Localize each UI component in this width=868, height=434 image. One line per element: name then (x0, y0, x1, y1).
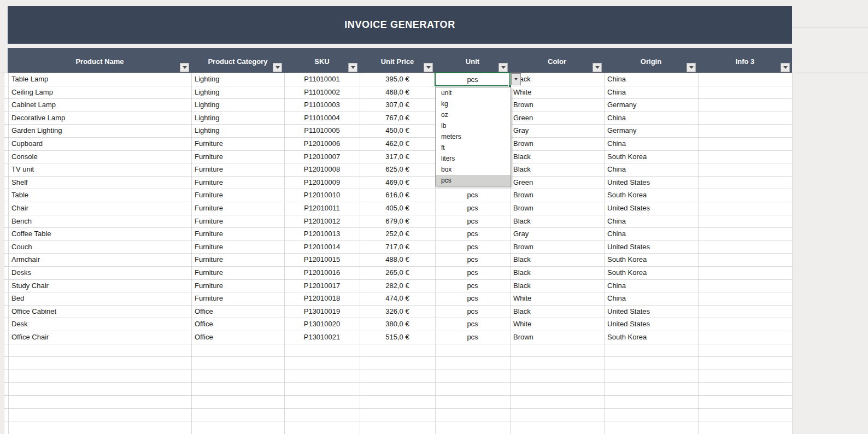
cell-unit-price[interactable]: 380,0 € (360, 318, 435, 331)
cell-unit-price[interactable]: 469,0 € (360, 176, 435, 189)
active-cell-unit[interactable]: pcs (435, 72, 511, 86)
cell-unit-price[interactable]: 326,0 € (360, 305, 435, 318)
cell-color[interactable]: White (510, 292, 604, 305)
cell-info-3[interactable] (698, 292, 792, 305)
cell-product-category[interactable]: Furniture (191, 202, 284, 215)
cell-product-category[interactable]: Furniture (191, 176, 284, 189)
cell-info-3[interactable] (698, 331, 792, 344)
cell-product-name[interactable]: Garden Lighting (8, 124, 191, 137)
cell-unit-price[interactable]: 515,0 € (360, 331, 435, 344)
cell-color[interactable]: Brown (510, 202, 604, 215)
cell-sku[interactable]: P12010006 (284, 137, 360, 150)
cell-origin[interactable]: South Korea (604, 189, 698, 202)
cell-unit-price[interactable]: 468,0 € (360, 86, 435, 99)
cell-color[interactable]: Brown (510, 137, 604, 150)
cell-product-category[interactable]: Furniture (191, 266, 284, 279)
cell-info-3[interactable] (698, 86, 792, 99)
cell-unit[interactable]: pcs (435, 215, 510, 228)
cell-origin[interactable]: China (604, 112, 698, 125)
cell-origin[interactable]: United States (604, 241, 698, 254)
cell-unit[interactable]: pcs (435, 318, 510, 331)
dropdown-option[interactable]: unit (436, 87, 511, 98)
dropdown-arrow-button[interactable] (511, 73, 521, 85)
cell-info-3[interactable] (698, 176, 792, 189)
cell-color[interactable]: Brown (510, 331, 604, 344)
cell-product-name[interactable]: TV unit (8, 163, 191, 176)
cell-color[interactable]: Brown (510, 189, 604, 202)
cell-origin[interactable]: China (604, 292, 698, 305)
cell-info-3[interactable] (698, 150, 792, 163)
cell-sku[interactable]: P12010007 (284, 150, 360, 163)
cell-unit-price[interactable]: 717,0 € (360, 241, 435, 254)
cell-info-3[interactable] (698, 137, 792, 150)
cell-unit-price[interactable]: 616,0 € (360, 189, 435, 202)
cell-sku[interactable]: P11010001 (284, 73, 360, 86)
cell-sku[interactable]: P11010002 (284, 86, 360, 99)
cell-sku[interactable]: P12010008 (284, 163, 360, 176)
cell-product-name[interactable]: Decorative Lamp (8, 112, 191, 125)
cell-origin[interactable]: China (604, 227, 698, 241)
cell-product-name[interactable]: Bench (8, 215, 191, 228)
cell-sku[interactable]: P12010009 (284, 176, 360, 189)
cell-product-name[interactable]: Office Cabinet (8, 305, 191, 318)
cell-info-3[interactable] (698, 98, 792, 112)
cell-product-category[interactable]: Lighting (191, 86, 284, 99)
cell-origin[interactable]: South Korea (604, 150, 698, 163)
cell-unit[interactable]: pcs (435, 266, 510, 279)
cell-unit-price[interactable]: 252,0 € (360, 227, 435, 241)
cell-product-category[interactable]: Furniture (191, 241, 284, 254)
cell-unit-price[interactable]: 317,0 € (360, 150, 435, 163)
cell-unit-price[interactable]: 395,0 € (360, 73, 435, 86)
cell-sku[interactable]: P12010011 (284, 202, 360, 215)
cell-sku[interactable]: P12010010 (284, 189, 360, 202)
cell-unit[interactable]: pcs (435, 227, 510, 241)
cell-info-3[interactable] (698, 279, 792, 292)
cell-color[interactable]: Black (510, 305, 604, 318)
cell-info-3[interactable] (698, 318, 792, 331)
cell-product-name[interactable]: Shelf (8, 176, 191, 189)
cell-info-3[interactable] (698, 202, 792, 215)
cell-unit-price[interactable]: 307,0 € (360, 98, 435, 112)
filter-button-sku[interactable] (348, 63, 357, 72)
cell-product-name[interactable]: Console (8, 150, 191, 163)
dropdown-option[interactable]: liters (436, 153, 511, 164)
cell-unit[interactable]: pcs (435, 305, 510, 318)
cell-unit[interactable]: pcs (435, 253, 510, 266)
cell-origin[interactable]: South Korea (604, 266, 698, 279)
cell-origin[interactable]: China (604, 279, 698, 292)
cell-product-category[interactable]: Furniture (191, 137, 284, 150)
dropdown-option[interactable]: kg (436, 98, 511, 109)
cell-sku[interactable]: P13010019 (284, 305, 360, 318)
cell-sku[interactable]: P11010003 (284, 98, 360, 112)
cell-product-name[interactable]: Bed (8, 292, 191, 305)
filter-button-product-name[interactable] (180, 63, 189, 72)
cell-color[interactable]: Black (510, 215, 604, 228)
dropdown-option-selected[interactable]: pcs (436, 175, 511, 186)
cell-product-category[interactable]: Lighting (191, 98, 284, 112)
cell-product-name[interactable]: Armchair (8, 253, 191, 266)
cell-origin[interactable]: Germany (604, 124, 698, 137)
cell-origin[interactable]: United States (604, 202, 698, 215)
cell-sku[interactable]: P13010020 (284, 318, 360, 331)
cell-color[interactable]: Brown (510, 241, 604, 254)
filter-button-origin[interactable] (687, 63, 696, 72)
cell-product-category[interactable]: Furniture (191, 292, 284, 305)
filter-button-info-3[interactable] (781, 63, 790, 72)
cell-unit-price[interactable]: 282,0 € (360, 279, 435, 292)
cell-color[interactable]: Brown (510, 98, 604, 112)
cell-sku[interactable]: P12010016 (284, 266, 360, 279)
cell-product-category[interactable]: Furniture (191, 150, 284, 163)
cell-sku[interactable]: P12010013 (284, 227, 360, 241)
cell-origin[interactable]: China (604, 163, 698, 176)
cell-product-category[interactable]: Furniture (191, 253, 284, 266)
cell-product-name[interactable]: Coffee Table (8, 227, 191, 241)
filter-button-unit-price[interactable] (424, 63, 433, 72)
cell-info-3[interactable] (698, 305, 792, 318)
cell-product-name[interactable]: Cabinet Lamp (8, 98, 191, 112)
dropdown-option[interactable]: box (436, 164, 511, 175)
dropdown-option[interactable]: lb (436, 120, 511, 131)
cell-product-name[interactable]: Couch (8, 241, 191, 254)
cell-info-3[interactable] (698, 266, 792, 279)
cell-origin[interactable]: South Korea (604, 253, 698, 266)
cell-product-category[interactable]: Office (191, 331, 284, 344)
